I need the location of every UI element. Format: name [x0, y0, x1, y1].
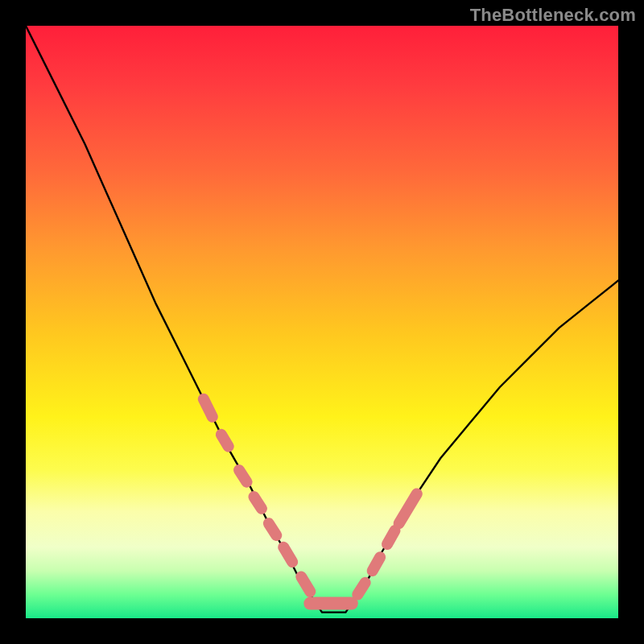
highlight-left-upper	[204, 399, 213, 417]
highlight-left-dot-1	[221, 435, 229, 447]
chart-frame: TheBottleneck.com	[0, 0, 644, 644]
highlight-right-dot-2	[387, 530, 395, 544]
highlight-left-dot-4	[269, 523, 277, 535]
highlight-left-dot-5	[283, 547, 292, 562]
bottleneck-curve-svg	[26, 26, 618, 618]
highlight-right-upper	[399, 493, 417, 523]
bottleneck-curve	[26, 26, 618, 613]
highlight-left-dot-3	[254, 497, 262, 509]
highlight-left-lower	[301, 577, 310, 592]
highlight-segments-group	[204, 399, 417, 604]
highlight-right-lower	[357, 583, 365, 595]
highlight-left-dot-2	[239, 470, 247, 482]
watermark-text: TheBottleneck.com	[470, 5, 636, 26]
plot-area	[26, 26, 618, 618]
highlight-right-dot-1	[373, 557, 381, 571]
